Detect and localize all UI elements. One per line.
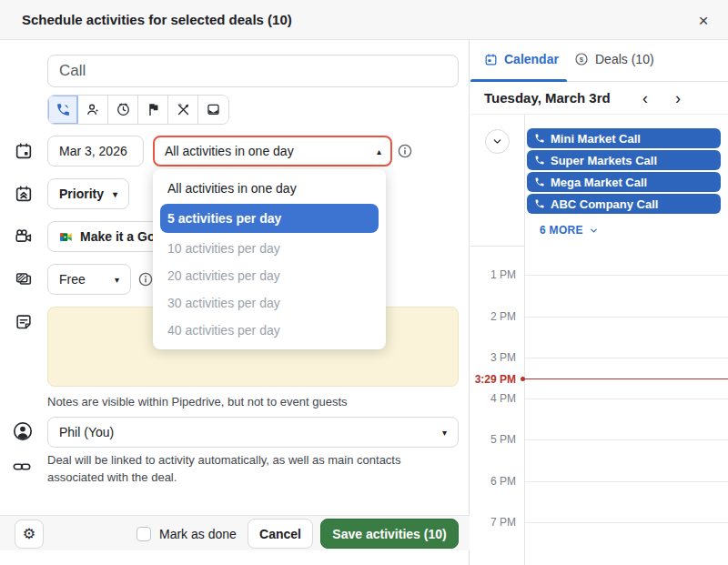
hour-gridline [525, 522, 728, 523]
availability-info-icon[interactable] [138, 272, 153, 287]
tab-calendar[interactable]: Calendar [484, 52, 559, 66]
menu-item[interactable]: All activities in one day [153, 175, 386, 202]
activity-type-call[interactable] [48, 96, 78, 124]
hour-gridline [525, 275, 728, 276]
link-icon [12, 457, 32, 477]
settings-gear-icon[interactable]: ⚙ [15, 520, 44, 549]
phone-icon [534, 177, 545, 187]
activity-type-meeting[interactable] [78, 96, 108, 124]
distribution-select[interactable]: All activities in one day ▴ [153, 136, 392, 166]
phone-icon [534, 198, 545, 209]
calendar-event[interactable]: Mini Market Call [527, 128, 721, 148]
subject-input[interactable] [47, 55, 459, 87]
caret-down-icon: ▾ [115, 275, 119, 285]
allday-divider [470, 246, 524, 247]
current-time-label: 3:29 PM [470, 373, 516, 386]
note-icon [14, 312, 34, 332]
notes-helper-text: Notes are visible within Pipedrive, but … [47, 395, 348, 409]
menu-item-selected[interactable]: 5 activities per day [160, 204, 379, 233]
save-activities-button[interactable]: Save activities (10) [320, 519, 459, 549]
hour-label: 5 PM [470, 433, 516, 446]
activity-type-lunch[interactable] [168, 96, 198, 124]
show-more-events-link[interactable]: 6 MORE [540, 224, 599, 237]
phone-icon [56, 102, 71, 117]
mark-as-done-checkbox[interactable] [136, 527, 151, 541]
chevron-down-icon [491, 136, 503, 147]
hour-label: 2 PM [470, 310, 516, 323]
deal-link-note: Deal will be linked to activity automati… [47, 451, 451, 486]
calendar-event[interactable]: ABC Company Call [527, 194, 721, 214]
hour-label: 3 PM [470, 351, 516, 364]
svg-text:$: $ [580, 55, 584, 64]
hour-gridline [525, 317, 728, 318]
hour-gridline [525, 358, 728, 358]
distribution-dropdown-menu: All activities in one day 5 activities p… [153, 169, 386, 349]
phone-icon [534, 133, 545, 144]
cancel-button[interactable]: Cancel [248, 519, 313, 549]
activity-type-deadline[interactable] [138, 96, 168, 124]
menu-item[interactable]: 20 activities per day [153, 262, 386, 289]
activity-form-panel: Mar 3, 2026 All activities in one day ▴ … [0, 40, 470, 565]
date-input[interactable]: Mar 3, 2026 [47, 136, 144, 166]
calendar-event[interactable]: Mega Market Call [527, 172, 721, 192]
priority-calendar-icon [14, 184, 34, 204]
meeting-person-icon [86, 102, 101, 117]
time-column-divider [524, 115, 525, 565]
distribution-info-icon[interactable] [398, 144, 412, 158]
calendar-event[interactable]: Super Markets Call [527, 150, 721, 170]
calendar-icon [484, 53, 498, 66]
caret-down-icon: ▾ [442, 428, 447, 438]
owner-select[interactable]: Phil (You) ▾ [47, 417, 459, 448]
page-title: Schedule activities for selected deals (… [22, 12, 292, 27]
menu-item[interactable]: 40 activities per day [153, 317, 386, 344]
chevron-right-icon[interactable]: › [665, 86, 691, 111]
activity-type-email[interactable] [198, 96, 228, 124]
tab-deals[interactable]: $ Deals (10) [574, 52, 654, 66]
availability-icon [14, 269, 34, 289]
owner-person-icon [12, 420, 32, 440]
modal-footer: ⚙ Mark as done Cancel Save activities (1… [0, 515, 470, 550]
hour-gridline [525, 481, 728, 482]
activity-type-segments [47, 95, 229, 125]
current-time-line [525, 378, 728, 379]
schedule-activities-modal: Schedule activities for selected deals (… [0, 0, 728, 565]
lunch-icon [176, 102, 191, 117]
calendar-panel: Calendar $ Deals (10) Tuesday, March 3rd… [470, 40, 728, 565]
panel-tabs: Calendar $ Deals (10) [470, 40, 728, 82]
modal-header: Schedule activities for selected deals (… [0, 0, 728, 40]
email-icon [206, 102, 221, 117]
flag-icon [146, 102, 161, 117]
distribution-value: All activities in one day [165, 144, 294, 158]
availability-select[interactable]: Free ▾ [47, 264, 131, 295]
dollar-circle-icon: $ [574, 52, 589, 66]
collapse-allday-button[interactable] [485, 129, 510, 154]
hour-label: 1 PM [470, 268, 516, 281]
mark-as-done-label[interactable]: Mark as done [159, 527, 237, 541]
activity-type-task[interactable] [108, 96, 138, 124]
hour-gridline [525, 399, 728, 399]
close-icon[interactable]: × [692, 9, 715, 33]
day-navigation: Tuesday, March 3rd ‹ › [470, 82, 728, 115]
priority-select[interactable]: Priority ▾ [47, 178, 129, 209]
date-calendar-icon [14, 141, 34, 161]
caret-down-icon: ▾ [113, 189, 117, 199]
chevron-down-icon [589, 226, 599, 236]
chevron-left-icon[interactable]: ‹ [632, 86, 658, 111]
menu-item[interactable]: 30 activities per day [153, 289, 386, 317]
hour-label: 4 PM [470, 392, 516, 405]
hour-gridline [525, 439, 728, 440]
video-camera-icon [14, 227, 34, 247]
hour-label: 7 PM [470, 516, 516, 529]
day-label: Tuesday, March 3rd [484, 90, 611, 106]
caret-up-icon: ▴ [377, 146, 381, 156]
hour-label: 6 PM [470, 475, 516, 488]
google-meet-icon [59, 230, 73, 244]
clock-icon [116, 102, 131, 117]
menu-item[interactable]: 10 activities per day [153, 235, 386, 262]
phone-icon [534, 155, 545, 166]
